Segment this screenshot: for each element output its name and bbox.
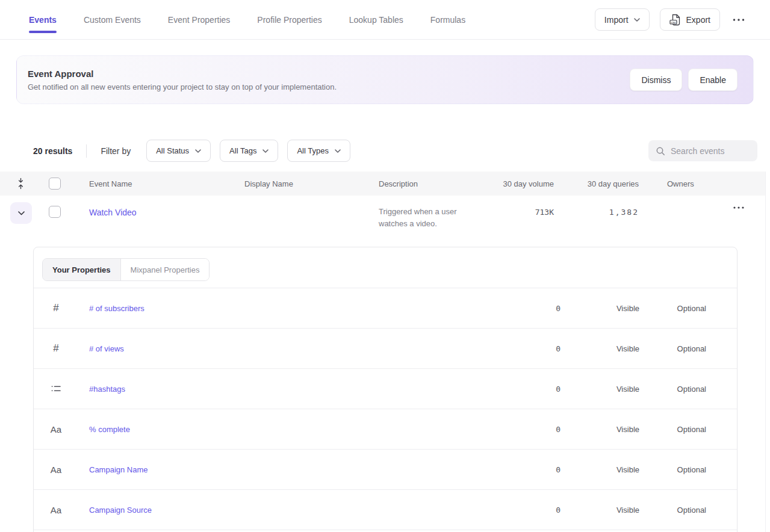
banner-title: Event Approval xyxy=(28,69,337,79)
collapse-all-icon[interactable] xyxy=(17,178,25,190)
text-type-icon: Aa xyxy=(48,505,64,515)
number-type-icon: # xyxy=(48,342,64,354)
results-count: 20 results xyxy=(33,146,72,156)
event-30-day-volume: 713K xyxy=(535,208,554,217)
event-30-day-queries: 1,382 xyxy=(609,208,639,217)
tab-event-properties[interactable]: Event Properties xyxy=(168,0,231,39)
column-owners[interactable]: Owners xyxy=(667,179,694,188)
events-table-header: Event Name Display Name Description 30 d… xyxy=(0,172,765,196)
property-visibility: Visible xyxy=(616,385,639,394)
tags-filter-dropdown[interactable]: All Tags xyxy=(220,140,278,162)
property-requirement: Optional xyxy=(677,344,706,353)
property-requirement: Optional xyxy=(677,465,706,474)
tab-mixpanel-properties[interactable]: Mixpanel Properties xyxy=(120,259,210,280)
property-count: 0 xyxy=(556,425,560,434)
nav-actions: Import csv Export xyxy=(595,8,770,31)
banner-description: Get notified on all new events entering … xyxy=(28,82,337,91)
properties-tab-group: Your Properties Mixpanel Properties xyxy=(42,258,210,281)
search-icon xyxy=(656,146,665,156)
property-name-link[interactable]: Campaign Name xyxy=(89,465,148,474)
properties-panel: Your Properties Mixpanel Properties # # … xyxy=(33,247,737,532)
lexicon-events-page: Events Custom Events Event Properties Pr… xyxy=(0,0,770,532)
property-row: # # of subscribers 0 Visible Optional xyxy=(34,288,737,329)
status-filter-dropdown[interactable]: All Status xyxy=(146,140,211,162)
more-ellipsis-icon[interactable] xyxy=(730,16,747,23)
row-checkbox[interactable] xyxy=(49,206,61,218)
list-type-icon xyxy=(48,385,64,392)
property-name-link[interactable]: # of views xyxy=(89,344,124,353)
chevron-down-icon xyxy=(634,18,640,22)
types-filter-dropdown[interactable]: All Types xyxy=(287,140,350,162)
property-count: 0 xyxy=(556,506,560,515)
property-count: 0 xyxy=(556,465,560,474)
text-type-icon: Aa xyxy=(48,424,64,435)
divider xyxy=(86,144,87,158)
property-visibility: Visible xyxy=(616,304,639,313)
scroll-gutter-divider xyxy=(765,172,766,532)
tab-your-properties[interactable]: Your Properties xyxy=(43,259,120,280)
event-row-watch-video: Watch Video Triggered when a user watche… xyxy=(0,196,765,247)
tab-lookup-tables[interactable]: Lookup Tables xyxy=(349,0,403,39)
chevron-down-icon xyxy=(262,149,269,153)
tab-custom-events[interactable]: Custom Events xyxy=(84,0,141,39)
tab-events[interactable]: Events xyxy=(29,0,57,39)
property-visibility: Visible xyxy=(616,506,639,515)
enable-button[interactable]: Enable xyxy=(688,69,737,91)
property-row: Aa Campaign Source 0 Visible Optional xyxy=(34,490,737,530)
property-count: 0 xyxy=(556,344,560,353)
export-button[interactable]: csv Export xyxy=(660,8,720,31)
column-30-day-volume[interactable]: 30 day volume xyxy=(503,179,554,188)
text-type-icon: Aa xyxy=(48,465,64,475)
property-row: Aa Campaign Name 0 Visible Optional xyxy=(34,450,737,490)
property-row: #hashtags 0 Visible Optional xyxy=(34,369,737,409)
dismiss-button[interactable]: Dismiss xyxy=(630,69,682,91)
property-count: 0 xyxy=(556,304,560,313)
property-count: 0 xyxy=(556,385,560,394)
row-more-ellipsis-icon[interactable] xyxy=(731,204,747,211)
chevron-down-icon xyxy=(18,211,25,215)
property-requirement: Optional xyxy=(677,304,706,313)
banner-actions: Dismiss Enable xyxy=(630,69,753,91)
tab-formulas[interactable]: Formulas xyxy=(430,0,465,39)
property-name-link[interactable]: Campaign Source xyxy=(89,506,152,515)
properties-tabs-row: Your Properties Mixpanel Properties xyxy=(34,247,737,288)
event-name-link[interactable]: Watch Video xyxy=(89,208,137,217)
filter-row: 20 results Filter by All Status All Tags… xyxy=(33,140,757,162)
csv-file-icon: csv xyxy=(669,14,681,26)
svg-text:csv: csv xyxy=(671,20,675,23)
property-requirement: Optional xyxy=(677,506,706,515)
property-name-link[interactable]: # of subscribers xyxy=(89,304,144,313)
chevron-down-icon xyxy=(335,149,341,153)
column-30-day-queries[interactable]: 30 day queries xyxy=(588,179,639,188)
column-display-name[interactable]: Display Name xyxy=(244,179,293,188)
property-visibility: Visible xyxy=(616,425,639,434)
property-requirement: Optional xyxy=(677,425,706,434)
property-requirement: Optional xyxy=(677,385,706,394)
import-button[interactable]: Import xyxy=(595,8,650,31)
chevron-down-icon xyxy=(195,149,201,153)
property-row: # # of views 0 Visible Optional xyxy=(34,329,737,369)
tab-profile-properties[interactable]: Profile Properties xyxy=(257,0,321,39)
column-description[interactable]: Description xyxy=(379,179,418,188)
column-event-name[interactable]: Event Name xyxy=(89,179,132,188)
property-visibility: Visible xyxy=(616,344,639,353)
collapse-row-button[interactable] xyxy=(10,202,32,224)
search-input[interactable] xyxy=(671,146,750,156)
top-nav: Events Custom Events Event Properties Pr… xyxy=(0,0,770,40)
select-all-checkbox[interactable] xyxy=(49,178,61,190)
event-description: Triggered when a user watches a video. xyxy=(379,206,484,230)
nav-tabs: Events Custom Events Event Properties Pr… xyxy=(0,0,465,39)
event-approval-banner: Event Approval Get notified on all new e… xyxy=(16,55,754,104)
search-box xyxy=(648,140,757,161)
property-visibility: Visible xyxy=(616,465,639,474)
property-name-link[interactable]: % complete xyxy=(89,425,130,434)
number-type-icon: # xyxy=(48,302,64,314)
property-row: Aa % complete 0 Visible Optional xyxy=(34,409,737,450)
banner-text: Event Approval Get notified on all new e… xyxy=(17,69,337,91)
property-name-link[interactable]: #hashtags xyxy=(89,385,125,394)
filter-by-label: Filter by xyxy=(101,146,131,156)
